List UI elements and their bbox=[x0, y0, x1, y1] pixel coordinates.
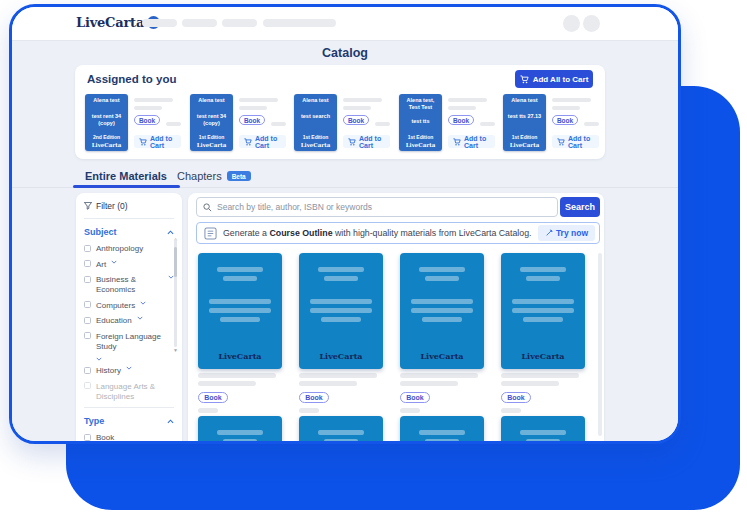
book-cover[interactable]: Alena test test tts 27.13 1st Edition Li… bbox=[503, 94, 546, 151]
filters-sidebar: Filter (0) Subject Anthropology Art bbox=[76, 193, 182, 441]
subject-checkbox[interactable]: Computers bbox=[84, 301, 174, 311]
catalog-book-card[interactable] bbox=[501, 416, 585, 441]
add-to-cart-button[interactable]: Add to Cart bbox=[239, 135, 286, 148]
book-cover[interactable]: Alena test test search 1st Edition LiveC… bbox=[294, 94, 337, 151]
checkbox[interactable] bbox=[84, 332, 91, 339]
add-to-cart-button[interactable]: Add to Cart bbox=[552, 135, 599, 148]
subject-checkbox[interactable]: Foreign Language Study bbox=[84, 332, 174, 361]
book-cover[interactable]: Alena test, Test Test test tts 1st Editi… bbox=[399, 94, 442, 151]
book-cover[interactable] bbox=[198, 416, 282, 441]
book-cover[interactable]: LiveCarta bbox=[299, 253, 383, 369]
page: LiveCarta C Catalog Assigned to you Add … bbox=[0, 0, 747, 514]
page-body: Catalog Assigned to you Add All to Cart … bbox=[12, 40, 678, 441]
material-type-badge: Book bbox=[343, 115, 369, 125]
title-placeholder bbox=[299, 373, 377, 378]
catalog-book-card[interactable] bbox=[400, 416, 484, 441]
checkbox[interactable] bbox=[84, 434, 91, 441]
nav-placeholder-3[interactable] bbox=[222, 19, 257, 27]
cover-author-placeholder bbox=[520, 267, 566, 272]
chevron-down-icon[interactable] bbox=[137, 316, 143, 320]
catalog-book-card[interactable] bbox=[299, 416, 383, 441]
title-placeholder bbox=[552, 98, 591, 102]
author-placeholder bbox=[448, 106, 476, 110]
material-type-badge: Book bbox=[299, 392, 329, 403]
cover-title-placeholder bbox=[411, 308, 473, 313]
avatar[interactable] bbox=[563, 15, 580, 32]
book-cover[interactable] bbox=[400, 416, 484, 441]
assigned-item[interactable]: Alena test test search 1st Edition LiveC… bbox=[294, 94, 390, 152]
catalog-book-card[interactable]: LiveCarta Book bbox=[198, 253, 282, 413]
filter-section-type[interactable]: Type bbox=[84, 416, 174, 426]
add-all-to-cart-button[interactable]: Add All to Cart bbox=[515, 70, 593, 88]
book-cover[interactable]: Alena test test rent 34 (copy) 2nd Editi… bbox=[85, 94, 128, 151]
subject-checkbox[interactable]: Business & Economics bbox=[84, 275, 174, 295]
nav-placeholder-1[interactable] bbox=[142, 19, 177, 27]
tab-chapters[interactable]: Chapters Beta bbox=[177, 170, 251, 182]
cover-brand: LiveCarta bbox=[87, 142, 126, 148]
catalog-scrollbar[interactable] bbox=[598, 253, 602, 436]
search-input[interactable] bbox=[217, 202, 551, 212]
book-cover[interactable]: LiveCarta bbox=[400, 253, 484, 369]
tab-entire-materials[interactable]: Entire Materials bbox=[85, 170, 167, 182]
book-cover[interactable]: LiveCarta bbox=[198, 253, 282, 369]
cover-title-placeholder bbox=[411, 299, 473, 304]
cover-brand: LiveCarta bbox=[192, 142, 231, 148]
assigned-item[interactable]: Alena test test tts 27.13 1st Edition Li… bbox=[503, 94, 599, 152]
title-placeholder bbox=[198, 373, 276, 378]
chevron-down-icon[interactable] bbox=[126, 366, 132, 370]
avatar[interactable] bbox=[583, 15, 600, 32]
checkbox[interactable] bbox=[84, 317, 91, 324]
price-placeholder bbox=[271, 122, 286, 126]
assigned-item[interactable]: Alena test test rent 34 (copy) 2nd Editi… bbox=[85, 94, 181, 152]
subject-list-scrollbar[interactable] bbox=[174, 239, 177, 347]
checkbox[interactable] bbox=[84, 276, 91, 283]
subject-checkbox[interactable]: Anthropology bbox=[84, 244, 174, 254]
cover-title-placeholder bbox=[512, 308, 574, 313]
cover-brand: LiveCarta bbox=[296, 142, 335, 148]
chevron-down-icon[interactable] bbox=[140, 301, 146, 305]
author-placeholder bbox=[343, 106, 371, 110]
book-cover[interactable] bbox=[501, 416, 585, 441]
subject-checkbox[interactable]: Education bbox=[84, 316, 174, 326]
material-type-badge: Book bbox=[501, 392, 531, 403]
author-placeholder bbox=[552, 106, 580, 110]
assigned-item[interactable]: Alena test test rent 34 (copy) 1st Editi… bbox=[190, 94, 286, 152]
try-now-button[interactable]: Try now bbox=[538, 225, 595, 241]
price-placeholder bbox=[166, 122, 181, 126]
filter-header[interactable]: Filter (0) bbox=[84, 201, 174, 219]
cover-title-placeholder bbox=[321, 317, 361, 322]
chevron-down-icon[interactable] bbox=[111, 260, 117, 264]
catalog-book-card[interactable]: LiveCarta Book bbox=[501, 253, 585, 413]
checkbox[interactable] bbox=[84, 301, 91, 308]
add-to-cart-button[interactable]: Add to Cart bbox=[448, 135, 495, 148]
subject-checkbox[interactable]: Art bbox=[84, 260, 174, 270]
checkbox[interactable] bbox=[84, 260, 91, 267]
book-cover[interactable]: Alena test test rent 34 (copy) 1st Editi… bbox=[190, 94, 233, 151]
scroll-down-arrow-icon[interactable]: ▼ bbox=[173, 348, 178, 353]
catalog-book-card[interactable]: LiveCarta Book bbox=[400, 253, 484, 413]
book-cover[interactable] bbox=[299, 416, 383, 441]
cover-title-placeholder bbox=[523, 317, 563, 322]
search-button[interactable]: Search bbox=[560, 197, 600, 217]
nav-placeholder-4[interactable] bbox=[263, 19, 336, 27]
app-window: LiveCarta C Catalog Assigned to you Add … bbox=[9, 4, 681, 444]
add-to-cart-button[interactable]: Add to Cart bbox=[343, 135, 390, 148]
catalog-book-card[interactable]: LiveCarta Book bbox=[299, 253, 383, 413]
add-to-cart-button[interactable]: Add to Cart bbox=[134, 135, 181, 148]
cover-title-placeholder bbox=[209, 299, 271, 304]
assigned-item[interactable]: Alena test, Test Test test tts 1st Editi… bbox=[399, 94, 495, 152]
checkbox[interactable] bbox=[84, 382, 91, 389]
filter-section-subject[interactable]: Subject bbox=[84, 227, 174, 237]
cover-author-placeholder bbox=[324, 276, 358, 281]
title-placeholder bbox=[343, 98, 382, 102]
chevron-down-icon[interactable] bbox=[96, 357, 102, 361]
book-cover[interactable]: LiveCarta bbox=[501, 253, 585, 369]
nav-placeholder-2[interactable] bbox=[182, 19, 217, 27]
cover-title-placeholder bbox=[512, 299, 574, 304]
catalog-book-card[interactable] bbox=[198, 416, 282, 441]
subject-checkbox[interactable]: History bbox=[84, 366, 174, 376]
type-checkbox[interactable]: Book bbox=[84, 433, 174, 441]
checkbox[interactable] bbox=[84, 245, 91, 252]
subject-checkbox[interactable]: Language Arts & Disciplines bbox=[84, 382, 174, 402]
checkbox[interactable] bbox=[84, 367, 91, 374]
